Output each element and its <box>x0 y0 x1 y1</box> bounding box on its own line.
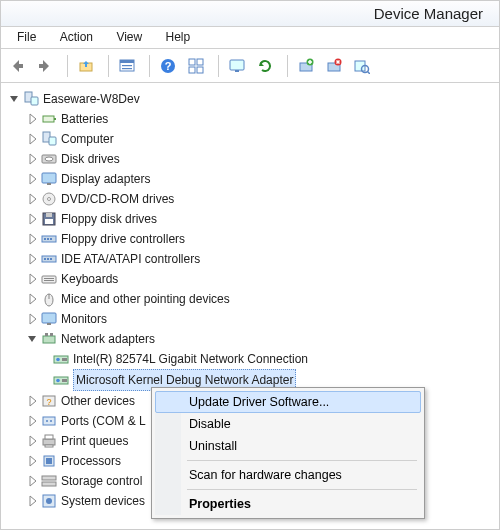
controller-icon <box>41 231 57 247</box>
mouse-icon <box>41 291 57 307</box>
expand-icon[interactable] <box>27 213 39 225</box>
system-icon <box>41 493 57 509</box>
menu-item-update-driver[interactable]: Update Driver Software... <box>155 391 421 413</box>
tree-item-display[interactable]: Display adapters <box>5 169 495 189</box>
menu-file[interactable]: File <box>7 27 46 47</box>
back-button[interactable] <box>7 54 31 78</box>
tree-item-ide[interactable]: IDE ATA/ATAPI controllers <box>5 249 495 269</box>
menu-separator <box>187 460 417 461</box>
tree-root[interactable]: Easeware-W8Dev <box>5 89 495 109</box>
expand-icon[interactable] <box>27 233 39 245</box>
expand-icon[interactable] <box>27 415 39 427</box>
tree-item-fdd[interactable]: Floppy disk drives <box>5 209 495 229</box>
tree-item-computer[interactable]: Computer <box>5 129 495 149</box>
tree-item-fdc[interactable]: Floppy drive controllers <box>5 229 495 249</box>
computer-icon <box>23 91 39 107</box>
menu-action[interactable]: Action <box>50 27 103 47</box>
tree-item-dvd[interactable]: DVD/CD-ROM drives <box>5 189 495 209</box>
collapse-icon[interactable] <box>9 93 21 105</box>
menu-bar: File Action View Help <box>1 27 499 49</box>
expand-icon[interactable] <box>27 253 39 265</box>
window-title: Device Manager <box>374 5 483 22</box>
expand-icon[interactable] <box>27 173 39 185</box>
toolbar-separator <box>108 55 109 77</box>
expand-icon[interactable] <box>27 475 39 487</box>
scan-icon <box>354 58 370 74</box>
expand-icon[interactable] <box>27 193 39 205</box>
toolbar <box>1 49 499 83</box>
folder-up-icon <box>78 58 94 74</box>
collapse-icon[interactable] <box>27 333 39 345</box>
tree-item-monitors[interactable]: Monitors <box>5 309 495 329</box>
storage-icon <box>41 473 57 489</box>
menu-separator <box>187 489 417 490</box>
properties-button[interactable] <box>227 54 251 78</box>
tree-item-disk[interactable]: Disk drives <box>5 149 495 169</box>
help-button[interactable] <box>158 54 182 78</box>
root-label: Easeware-W8Dev <box>43 89 140 109</box>
floppy-icon <box>41 211 57 227</box>
expand-icon[interactable] <box>27 313 39 325</box>
menu-item-uninstall[interactable]: Uninstall <box>155 435 421 457</box>
tile-icon <box>188 58 204 74</box>
refresh-button[interactable] <box>255 54 279 78</box>
window-titlebar: Device Manager <box>1 1 499 27</box>
display-icon <box>41 171 57 187</box>
controller-icon <box>41 251 57 267</box>
tree-item-batteries[interactable]: Batteries <box>5 109 495 129</box>
menu-view[interactable]: View <box>106 27 152 47</box>
expand-icon[interactable] <box>27 293 39 305</box>
tree-item-nic-intel[interactable]: Intel(R) 82574L Gigabit Network Connecti… <box>5 349 495 369</box>
update-driver-button[interactable] <box>296 54 320 78</box>
expand-icon[interactable] <box>27 153 39 165</box>
battery-icon <box>41 111 57 127</box>
scan-button[interactable] <box>352 54 376 78</box>
up-button[interactable] <box>76 54 100 78</box>
toolbar-separator <box>218 55 219 77</box>
arrow-right-icon <box>37 58 53 74</box>
help-icon <box>160 58 176 74</box>
nic-icon <box>53 372 69 388</box>
menu-help[interactable]: Help <box>156 27 201 47</box>
expand-icon[interactable] <box>27 455 39 467</box>
monitor-icon <box>41 311 57 327</box>
tree-item-keyboards[interactable]: Keyboards <box>5 269 495 289</box>
toolbar-separator <box>67 55 68 77</box>
expand-icon[interactable] <box>27 113 39 125</box>
keyboard-icon <box>41 271 57 287</box>
toolbar-separator <box>149 55 150 77</box>
computer-icon <box>41 131 57 147</box>
monitor-icon <box>229 58 245 74</box>
port-icon <box>41 413 57 429</box>
disk-icon <box>41 151 57 167</box>
expand-icon[interactable] <box>27 273 39 285</box>
expand-icon[interactable] <box>27 133 39 145</box>
tree-item-network[interactable]: Network adapters <box>5 329 495 349</box>
context-menu: Update Driver Software... Disable Uninst… <box>151 387 425 519</box>
expand-icon[interactable] <box>27 495 39 507</box>
dvd-icon <box>41 191 57 207</box>
other-devices-icon <box>41 393 57 409</box>
refresh-icon <box>257 58 273 74</box>
show-hide-button[interactable] <box>117 54 141 78</box>
remove-hardware-icon <box>326 58 342 74</box>
nic-icon <box>53 351 69 367</box>
arrow-left-icon <box>9 58 25 74</box>
printer-icon <box>41 433 57 449</box>
processor-icon <box>41 453 57 469</box>
forward-button[interactable] <box>35 54 59 78</box>
menu-item-disable[interactable]: Disable <box>155 413 421 435</box>
window-list-icon <box>119 58 135 74</box>
network-adapter-icon <box>41 331 57 347</box>
menu-item-scan[interactable]: Scan for hardware changes <box>155 464 421 486</box>
expand-icon[interactable] <box>27 435 39 447</box>
tree-item-mice[interactable]: Mice and other pointing devices <box>5 289 495 309</box>
add-hardware-icon <box>298 58 314 74</box>
toolbar-separator <box>287 55 288 77</box>
uninstall-button[interactable] <box>324 54 348 78</box>
menu-item-properties[interactable]: Properties <box>155 493 421 515</box>
expand-icon[interactable] <box>27 395 39 407</box>
tile-button[interactable] <box>186 54 210 78</box>
